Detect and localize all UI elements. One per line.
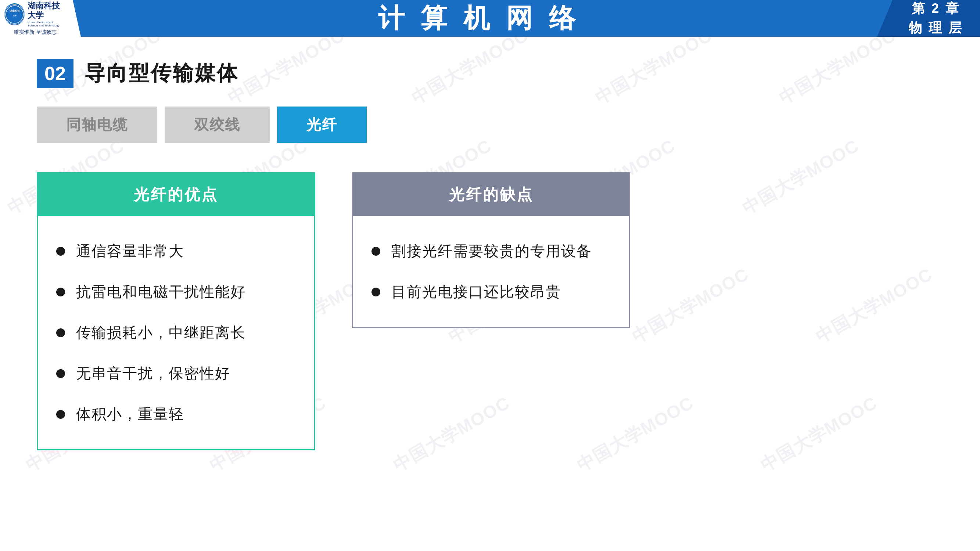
tab-coaxial[interactable]: 同轴电缆 [37, 106, 157, 143]
chapter-info: 第 2 章 物 理 层 [877, 0, 980, 37]
pros-item-1: 通信容量非常大 [56, 231, 296, 272]
pros-item-5-text: 体积小，重量轻 [76, 404, 184, 424]
section-header: 02 导向型传输媒体 [37, 59, 943, 88]
bullet-icon [56, 369, 65, 378]
cons-card-header: 光纤的缺点 [353, 173, 630, 216]
bullet-icon [56, 247, 65, 256]
main-content: 02 导向型传输媒体 同轴电缆 双绞线 光纤 光纤的优点 通信容量非常大 抗雷电… [0, 37, 980, 472]
pros-item-4: 无串音干扰，保密性好 [56, 353, 296, 394]
pros-item-4-text: 无串音干扰，保密性好 [76, 363, 231, 384]
university-logo: 湖南科技 大学 湖南科技大学 Hunan University ofScienc… [0, 0, 81, 37]
chapter-name: 物 理 层 [909, 19, 963, 37]
pros-item-2-text: 抗雷电和电磁干扰性能好 [76, 282, 246, 302]
svg-text:湖南科技: 湖南科技 [10, 9, 20, 12]
pros-card-title: 光纤的优点 [134, 186, 218, 203]
cons-item-1: 割接光纤需要较贵的专用设备 [372, 231, 611, 272]
page-title: 计 算 机 网 络 [81, 0, 877, 37]
bullet-icon [56, 287, 65, 297]
logo-icon: 湖南科技 大学 [5, 3, 25, 25]
chapter-number: 第 2 章 [912, 0, 960, 17]
pros-item-3-text: 传输损耗小，中继距离长 [76, 322, 246, 343]
bullet-icon [56, 410, 65, 419]
tab-twisted-pair[interactable]: 双绞线 [165, 106, 270, 143]
cons-item-1-text: 割接光纤需要较贵的专用设备 [391, 241, 592, 261]
cons-card-body: 割接光纤需要较贵的专用设备 目前光电接口还比较昂贵 [353, 216, 630, 327]
pros-item-2: 抗雷电和电磁干扰性能好 [56, 272, 296, 312]
pros-item-3: 传输损耗小，中继距离长 [56, 312, 296, 353]
pros-card-header: 光纤的优点 [38, 173, 314, 216]
spacer [667, 172, 943, 450]
cons-card: 光纤的缺点 割接光纤需要较贵的专用设备 目前光电接口还比较昂贵 [352, 172, 630, 328]
bullet-icon [56, 329, 65, 337]
logo-university-name-en: Hunan University ofScience and Technolog… [27, 21, 66, 27]
bullet-icon [372, 247, 380, 256]
tab-bar: 同轴电缆 双绞线 光纤 [37, 106, 943, 143]
pros-card: 光纤的优点 通信容量非常大 抗雷电和电磁干扰性能好 传输损耗小，中继距离长 无 [37, 172, 315, 450]
tab-fiber[interactable]: 光纤 [277, 106, 367, 143]
svg-text:大学: 大学 [13, 14, 16, 16]
section-title: 导向型传输媒体 [84, 59, 239, 87]
cons-item-2: 目前光电接口还比较昂贵 [372, 272, 611, 312]
cons-card-title: 光纤的缺点 [449, 186, 533, 203]
cons-item-2-text: 目前光电接口还比较昂贵 [391, 282, 561, 302]
section-number: 02 [37, 59, 73, 88]
page-header: 湖南科技 大学 湖南科技大学 Hunan University ofScienc… [0, 0, 980, 37]
bullet-icon [372, 287, 380, 297]
logo-university-name: 湖南科技大学 [27, 1, 66, 21]
pros-item-5: 体积小，重量轻 [56, 394, 296, 435]
pros-item-1-text: 通信容量非常大 [76, 241, 184, 261]
pros-card-body: 通信容量非常大 抗雷电和电磁干扰性能好 传输损耗小，中继距离长 无串音干扰，保密… [38, 216, 314, 449]
content-columns: 光纤的优点 通信容量非常大 抗雷电和电磁干扰性能好 传输损耗小，中继距离长 无 [37, 172, 943, 450]
logo-motto: 唯实惟新 至诚致志 [14, 29, 57, 36]
